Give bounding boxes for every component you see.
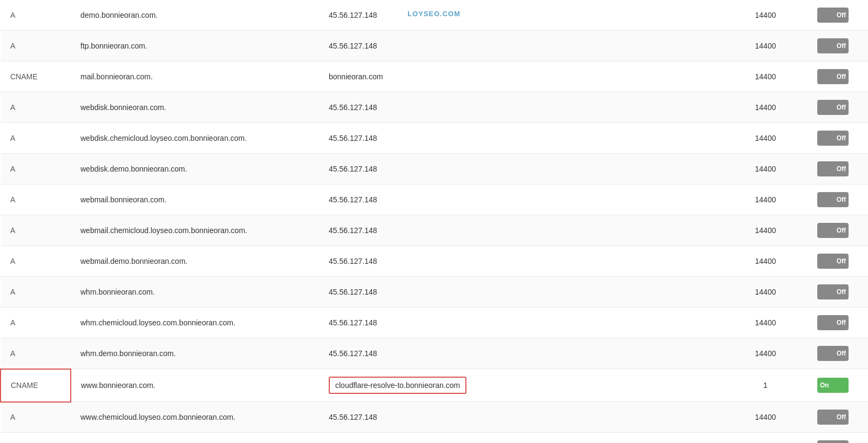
record-toggle-cell: Off bbox=[798, 0, 868, 31]
record-ttl: 14400 bbox=[733, 185, 798, 215]
record-toggle-cell: Off bbox=[798, 123, 868, 154]
record-value: 45.56.127.148 bbox=[319, 338, 733, 369]
toggle-off-label: Off bbox=[837, 350, 846, 357]
record-ttl: 14400 bbox=[733, 402, 798, 433]
toggle-off-label: Off bbox=[837, 227, 846, 234]
toggle-off-label: Off bbox=[837, 42, 846, 50]
record-value: bonnieoran.com bbox=[319, 62, 733, 92]
toggle-off-button[interactable]: Off bbox=[817, 223, 849, 238]
toggle-off-button[interactable]: Off bbox=[817, 131, 849, 146]
toggle-off-label: Off bbox=[837, 11, 846, 19]
record-name: webmail.bonnieoran.com. bbox=[71, 185, 319, 215]
toggle-off-label: Off bbox=[837, 319, 846, 326]
record-type: A bbox=[1, 433, 71, 444]
toggle-on-label: On bbox=[820, 381, 829, 389]
record-name: www.chemicloud.loyseo.com.bonnieoran.com… bbox=[71, 402, 319, 433]
highlighted-record-value: cloudflare-resolve-to.bonnieoran.com bbox=[329, 377, 466, 394]
toggle-off-label: Off bbox=[837, 196, 846, 203]
record-type: A bbox=[1, 308, 71, 338]
record-ttl: 14400 bbox=[733, 215, 798, 246]
record-name: webdisk.demo.bonnieoran.com. bbox=[71, 154, 319, 185]
record-value: 45.56.127.148 bbox=[319, 31, 733, 62]
record-name: webdisk.chemicloud.loyseo.com.bonnieoran… bbox=[71, 123, 319, 154]
record-name: whm.chemicloud.loyseo.com.bonnieoran.com… bbox=[71, 308, 319, 338]
toggle-on-button[interactable]: On bbox=[817, 378, 849, 393]
record-ttl: 14400 bbox=[733, 277, 798, 308]
record-type: A bbox=[1, 277, 71, 308]
record-value: 45.56.127.148 bbox=[319, 92, 733, 123]
record-type: A bbox=[1, 154, 71, 185]
record-ttl: 14400 bbox=[733, 31, 798, 62]
record-toggle-cell: Off bbox=[798, 338, 868, 369]
record-type: A bbox=[1, 92, 71, 123]
dns-table-container: Ademo.bonnieoran.com.45.56.127.14814400O… bbox=[0, 0, 868, 443]
toggle-off-button[interactable]: Off bbox=[817, 192, 849, 207]
record-name: ftp.bonnieoran.com. bbox=[71, 31, 319, 62]
toggle-off-label: Off bbox=[837, 165, 846, 173]
record-ttl: 14400 bbox=[733, 338, 798, 369]
record-name: webmail.demo.bonnieoran.com. bbox=[71, 246, 319, 277]
record-toggle-cell: Off bbox=[798, 31, 868, 62]
record-value: 45.56.127.148 bbox=[319, 185, 733, 215]
record-type: A bbox=[1, 31, 71, 62]
record-name: www.demo.bonnieoran.com. bbox=[71, 433, 319, 444]
toggle-off-label: Off bbox=[837, 288, 846, 296]
toggle-off-label: Off bbox=[837, 413, 846, 421]
toggle-off-label: Off bbox=[837, 73, 846, 80]
record-ttl: 14400 bbox=[733, 433, 798, 444]
toggle-off-button[interactable]: Off bbox=[817, 8, 849, 23]
record-ttl: 14400 bbox=[733, 308, 798, 338]
toggle-off-button[interactable]: Off bbox=[817, 284, 849, 299]
record-value: 45.56.127.148 bbox=[319, 154, 733, 185]
record-value: cloudflare-resolve-to.bonnieoran.com bbox=[319, 369, 733, 402]
record-ttl: 14400 bbox=[733, 154, 798, 185]
record-type: A bbox=[1, 0, 71, 31]
record-toggle-cell: Off bbox=[798, 308, 868, 338]
toggle-off-button[interactable]: Off bbox=[817, 254, 849, 269]
toggle-off-label: Off bbox=[837, 257, 846, 265]
record-type: A bbox=[1, 185, 71, 215]
record-value: 45.56.127.148 bbox=[319, 433, 733, 444]
record-type: CNAME bbox=[1, 62, 71, 92]
record-ttl: 14400 bbox=[733, 62, 798, 92]
record-name: www.bonnieoran.com. bbox=[71, 369, 319, 402]
toggle-off-button[interactable]: Off bbox=[817, 440, 849, 443]
record-type: A bbox=[1, 123, 71, 154]
record-toggle-cell: Off bbox=[798, 92, 868, 123]
toggle-off-button[interactable]: Off bbox=[817, 161, 849, 176]
record-name: demo.bonnieoran.com. bbox=[71, 0, 319, 31]
record-type: A bbox=[1, 215, 71, 246]
record-value: 45.56.127.148 bbox=[319, 402, 733, 433]
record-toggle-cell: Off bbox=[798, 215, 868, 246]
record-toggle-cell: Off bbox=[798, 402, 868, 433]
toggle-off-button[interactable]: Off bbox=[817, 315, 849, 330]
record-name: whm.demo.bonnieoran.com. bbox=[71, 338, 319, 369]
record-value: 45.56.127.148 bbox=[319, 123, 733, 154]
toggle-off-button[interactable]: Off bbox=[817, 410, 849, 425]
record-ttl: 14400 bbox=[733, 92, 798, 123]
toggle-off-button[interactable]: Off bbox=[817, 38, 849, 53]
record-type: A bbox=[1, 402, 71, 433]
record-name: whm.bonnieoran.com. bbox=[71, 277, 319, 308]
toggle-off-button[interactable]: Off bbox=[817, 69, 849, 84]
toggle-off-label: Off bbox=[837, 104, 846, 111]
record-value: 45.56.127.148 bbox=[319, 308, 733, 338]
toggle-off-button[interactable]: Off bbox=[817, 100, 849, 115]
record-toggle-cell: Off bbox=[798, 62, 868, 92]
record-type: CNAME bbox=[1, 369, 71, 402]
record-ttl: 14400 bbox=[733, 123, 798, 154]
record-type: A bbox=[1, 246, 71, 277]
record-toggle-cell: Off bbox=[798, 246, 868, 277]
record-value: 45.56.127.148 bbox=[319, 215, 733, 246]
record-toggle-cell: Off bbox=[798, 154, 868, 185]
record-value: 45.56.127.148 bbox=[319, 277, 733, 308]
record-ttl: 1 bbox=[733, 369, 798, 402]
dns-records-table: Ademo.bonnieoran.com.45.56.127.14814400O… bbox=[0, 0, 868, 443]
record-type: A bbox=[1, 338, 71, 369]
record-ttl: 14400 bbox=[733, 246, 798, 277]
record-toggle-cell: Off bbox=[798, 277, 868, 308]
toggle-off-button[interactable]: Off bbox=[817, 346, 849, 361]
record-value: 45.56.127.148 bbox=[319, 246, 733, 277]
record-toggle-cell: Off bbox=[798, 433, 868, 444]
record-toggle-cell: On bbox=[798, 369, 868, 402]
